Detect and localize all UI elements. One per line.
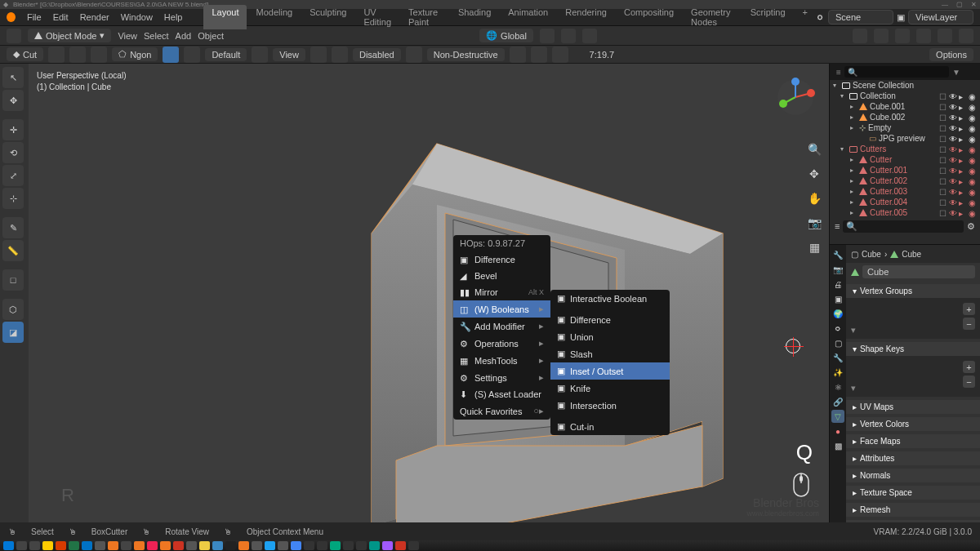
tool-move[interactable]: ✛ bbox=[2, 119, 24, 140]
disable-icon[interactable]: ▸ bbox=[959, 124, 967, 132]
eye-icon[interactable]: 👁 bbox=[949, 92, 957, 100]
eye-icon[interactable]: 👁 bbox=[949, 177, 957, 185]
eye-icon[interactable]: 👁 bbox=[949, 209, 957, 217]
taskbar-start[interactable] bbox=[3, 541, 14, 550]
tab-rendering[interactable]: Rendering bbox=[557, 5, 615, 29]
exclude-toggle[interactable]: ☐ bbox=[939, 103, 947, 111]
section-header[interactable]: ▸UV Maps bbox=[846, 400, 980, 414]
exclude-toggle[interactable]: ☐ bbox=[939, 156, 947, 164]
menu-booleans[interactable]: ◫(W) Booleans▸ bbox=[453, 300, 550, 318]
taskbar-app[interactable] bbox=[56, 541, 66, 550]
eye-icon[interactable]: 👁 bbox=[949, 113, 957, 122]
section-header[interactable]: ▸Geometry Data bbox=[846, 520, 980, 522]
prop-tab-particle[interactable]: ✨ bbox=[831, 366, 844, 379]
section-header[interactable]: ▸Texture Space bbox=[846, 486, 980, 500]
sub-interactive[interactable]: ▣Interactive Boolean bbox=[550, 290, 670, 307]
prop-tab-output[interactable]: 🖨 bbox=[831, 278, 844, 291]
disable-icon[interactable]: ▸ bbox=[959, 145, 967, 153]
outliner-search-input[interactable]: 🔍 bbox=[844, 66, 949, 78]
eye-icon[interactable]: 👁 bbox=[949, 124, 957, 132]
menu-mirror[interactable]: ▮▮MirrorAlt X bbox=[453, 284, 550, 300]
chevron-down-icon[interactable]: ▾ bbox=[851, 325, 856, 335]
expand-icon[interactable]: ▾ bbox=[840, 145, 847, 153]
exclude-toggle[interactable]: ☐ bbox=[939, 135, 947, 143]
remove-button[interactable]: − bbox=[963, 375, 975, 388]
taskbar-app[interactable] bbox=[186, 541, 197, 550]
outliner-filter-input[interactable]: 🔍 bbox=[843, 220, 964, 233]
bc-obj[interactable]: Cube bbox=[862, 250, 881, 259]
eye-icon[interactable]: 👁 bbox=[949, 156, 957, 164]
exclude-toggle[interactable]: ☐ bbox=[939, 167, 947, 175]
expand-icon[interactable]: ▸ bbox=[850, 177, 857, 184]
pivot-icon[interactable] bbox=[540, 29, 555, 43]
sub-slash[interactable]: ▣Slash bbox=[550, 345, 670, 362]
menu-addmod[interactable]: 🔧Add Modifier▸ bbox=[453, 318, 550, 335]
tool-addcube[interactable]: □ bbox=[2, 269, 24, 291]
menu-meshtools[interactable]: ▦MeshTools▸ bbox=[453, 352, 550, 369]
section-header[interactable]: ▾Vertex Groups bbox=[846, 284, 980, 298]
menu-render[interactable]: Render bbox=[75, 11, 114, 24]
sub-inset[interactable]: ▣Inset / Outset bbox=[550, 362, 670, 380]
prop-tab-view[interactable]: ▣ bbox=[831, 292, 844, 305]
bc-destr[interactable]: Non-Destructive bbox=[427, 48, 505, 61]
xray-toggle[interactable] bbox=[874, 29, 889, 43]
taskbar-app[interactable] bbox=[330, 541, 341, 550]
exclude-toggle[interactable]: ☐ bbox=[939, 177, 947, 185]
expand-icon[interactable]: ▸ bbox=[850, 188, 857, 195]
disable-icon[interactable]: ▸ bbox=[959, 188, 967, 196]
taskbar-app[interactable] bbox=[42, 541, 53, 550]
taskbar-app[interactable] bbox=[147, 541, 158, 550]
render-icon[interactable]: ◉ bbox=[969, 188, 977, 196]
render-icon[interactable]: ◉ bbox=[969, 135, 977, 143]
taskbar-app[interactable] bbox=[121, 541, 131, 550]
outliner-row-cutter-002[interactable]: ▸Cutter.002☐👁▸◉ bbox=[830, 176, 980, 186]
tab-layout[interactable]: Layout bbox=[203, 5, 247, 29]
outliner-scene-collection[interactable]: ▾ Scene Collection bbox=[830, 80, 980, 91]
section-header[interactable]: ▸Face Maps bbox=[846, 434, 980, 448]
proportional-icon[interactable] bbox=[582, 29, 597, 43]
zoom-icon[interactable]: 🔍 bbox=[806, 141, 822, 158]
tool-measure[interactable]: 📏 bbox=[2, 240, 24, 261]
disable-icon[interactable]: ▸ bbox=[959, 103, 967, 111]
prop-tab-render[interactable]: 📷 bbox=[831, 263, 844, 276]
render-icon[interactable]: ◉ bbox=[969, 103, 977, 111]
hdr-select[interactable]: Select bbox=[144, 31, 169, 41]
bc-shape[interactable]: ⬠Ngon bbox=[112, 47, 158, 61]
expand-icon[interactable]: ▸ bbox=[850, 113, 857, 121]
tab-compositing[interactable]: Compositing bbox=[616, 5, 682, 29]
menu-asset[interactable]: ⬇(S) Asset Loader bbox=[453, 386, 550, 402]
nav-gizmo[interactable] bbox=[775, 77, 816, 118]
tab-scripting[interactable]: Scripting bbox=[742, 5, 794, 29]
expand-icon[interactable]: ▾ bbox=[833, 82, 840, 89]
tab-add[interactable]: + bbox=[795, 5, 816, 29]
expand-icon[interactable]: ▸ bbox=[850, 103, 857, 110]
bc-play-icon[interactable] bbox=[531, 47, 547, 63]
shading-render[interactable] bbox=[959, 29, 973, 43]
taskbar-app[interactable] bbox=[278, 541, 288, 550]
outliner-row-cube-002[interactable]: ▸Cube.002☐👁▸◉ bbox=[830, 112, 980, 122]
tool-annotate[interactable]: ✎ bbox=[2, 217, 24, 238]
prop-tab-constraint[interactable]: 🔗 bbox=[831, 395, 844, 408]
hdr-object[interactable]: Object bbox=[198, 31, 224, 41]
remove-button[interactable]: − bbox=[963, 318, 975, 330]
menu-bevel[interactable]: ◢Bevel bbox=[453, 268, 550, 284]
tool-rotate[interactable]: ⟲ bbox=[2, 142, 24, 163]
outliner-row-cutters[interactable]: ▾Cutters☐👁▸◉ bbox=[830, 144, 980, 154]
eye-icon[interactable]: 👁 bbox=[949, 167, 957, 175]
bc-data[interactable]: Cube bbox=[902, 250, 921, 259]
minimize-button[interactable]: — bbox=[942, 1, 948, 8]
disable-icon[interactable]: ▸ bbox=[959, 135, 967, 143]
bc-blue[interactable] bbox=[163, 47, 179, 63]
bc-i1[interactable] bbox=[48, 47, 65, 63]
taskbar-app[interactable] bbox=[212, 541, 223, 550]
shading-matprev[interactable] bbox=[938, 29, 952, 43]
disable-icon[interactable]: ▸ bbox=[959, 113, 967, 122]
bc-i5[interactable] bbox=[252, 47, 268, 63]
exclude-toggle[interactable]: ☐ bbox=[939, 92, 947, 100]
tool-cursor[interactable]: ↖ bbox=[2, 67, 24, 88]
section-header[interactable]: ▸Normals bbox=[846, 469, 980, 482]
outliner-row-cutter-001[interactable]: ▸Cutter.001☐👁▸◉ bbox=[830, 165, 980, 176]
render-icon[interactable]: ◉ bbox=[969, 198, 977, 207]
close-button[interactable]: ✕ bbox=[971, 1, 977, 8]
taskbar-app[interactable] bbox=[343, 541, 354, 550]
